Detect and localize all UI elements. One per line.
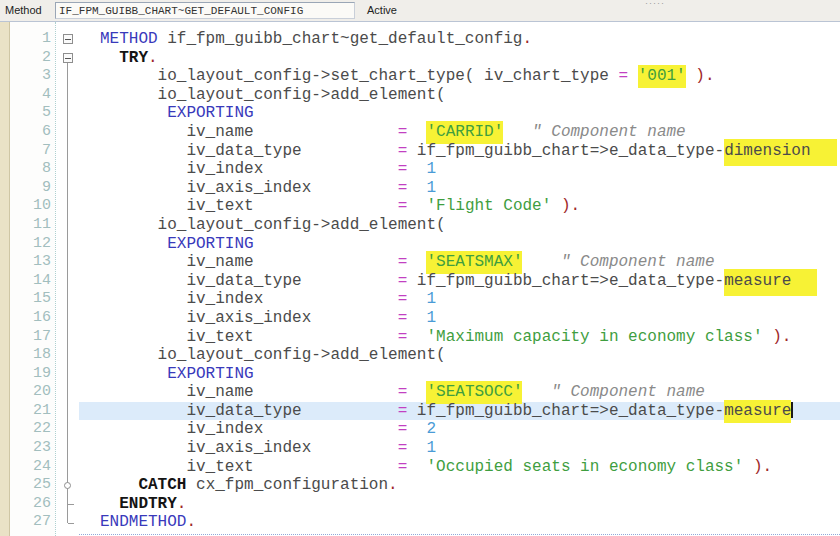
line-number[interactable]: 6 bbox=[10, 123, 55, 142]
line-number[interactable]: 23 bbox=[10, 439, 55, 458]
code-line-25[interactable]: CATCH cx_fpm_configuration. bbox=[79, 476, 840, 495]
code-line-14[interactable]: iv_data_type = if_fpm_guibb_chart=>e_dat… bbox=[79, 272, 840, 291]
code-line-24[interactable]: iv_text = 'Occupied seats in economy cla… bbox=[79, 458, 840, 477]
code-editor: 1234567891011121314151617181920212223242… bbox=[0, 22, 840, 536]
fold-collapse-box[interactable] bbox=[63, 34, 73, 44]
fold-collapse-box[interactable] bbox=[63, 53, 73, 63]
line-number[interactable]: 22 bbox=[10, 420, 55, 439]
code-line-2[interactable]: TRY. bbox=[79, 49, 840, 68]
code-line-1[interactable]: METHOD if_fpm_guibb_chart~get_default_co… bbox=[79, 30, 840, 49]
splitter-handle-dots[interactable]: ····· bbox=[645, 0, 665, 8]
line-number[interactable]: 19 bbox=[10, 365, 55, 384]
line-number[interactable]: 18 bbox=[10, 346, 55, 365]
line-number[interactable]: 21 bbox=[10, 402, 55, 421]
fold-end-tick bbox=[68, 523, 74, 524]
code-line-10[interactable]: iv_text = 'Flight Code' ). bbox=[79, 197, 840, 216]
line-number[interactable]: 24 bbox=[10, 458, 55, 477]
fold-column bbox=[55, 22, 79, 536]
code-line-11[interactable]: io_layout_config->add_element( bbox=[79, 216, 840, 235]
code-line-22[interactable]: iv_index = 2 bbox=[79, 420, 840, 439]
line-number[interactable]: 17 bbox=[10, 328, 55, 347]
code-area[interactable]: METHOD if_fpm_guibb_chart~get_default_co… bbox=[79, 22, 840, 536]
code-line-18[interactable]: io_layout_config->add_element( bbox=[79, 346, 840, 365]
method-separator-dotted-line bbox=[79, 534, 840, 535]
code-line-27[interactable]: ENDMETHOD. bbox=[79, 513, 840, 532]
fold-scope-line bbox=[67, 63, 68, 523]
fold-end-tick bbox=[68, 504, 74, 505]
code-line-23[interactable]: iv_axis_index = 1 bbox=[79, 439, 840, 458]
line-number[interactable]: 1 bbox=[10, 30, 55, 49]
line-number[interactable]: 25 bbox=[10, 476, 55, 495]
text-cursor bbox=[791, 402, 793, 418]
line-number[interactable]: 9 bbox=[10, 179, 55, 198]
code-line-26[interactable]: ENDTRY. bbox=[79, 495, 840, 514]
line-number[interactable]: 26 bbox=[10, 495, 55, 514]
code-line-17[interactable]: iv_text = 'Maximum capacity in economy c… bbox=[79, 328, 840, 347]
header-bar: Method Active ····· bbox=[0, 0, 840, 22]
line-number-gutter: 1234567891011121314151617181920212223242… bbox=[10, 22, 55, 536]
code-line-7[interactable]: iv_data_type = if_fpm_guibb_chart=>e_dat… bbox=[79, 142, 840, 161]
code-line-4[interactable]: io_layout_config->add_element( bbox=[79, 86, 840, 105]
line-number[interactable]: 20 bbox=[10, 383, 55, 402]
line-number[interactable]: 7 bbox=[10, 142, 55, 161]
annotation-ruler bbox=[0, 22, 10, 536]
line-number[interactable]: 2 bbox=[10, 49, 55, 68]
code-line-16[interactable]: iv_axis_index = 1 bbox=[79, 309, 840, 328]
fold-circle-marker bbox=[64, 482, 71, 489]
line-number[interactable]: 13 bbox=[10, 253, 55, 272]
line-number[interactable]: 5 bbox=[10, 104, 55, 123]
line-number[interactable]: 4 bbox=[10, 86, 55, 105]
method-name-input[interactable] bbox=[55, 2, 355, 19]
line-number[interactable]: 10 bbox=[10, 197, 55, 216]
code-line-3[interactable]: io_layout_config->set_chart_type( iv_cha… bbox=[79, 67, 840, 86]
line-number[interactable]: 11 bbox=[10, 216, 55, 235]
line-number[interactable]: 12 bbox=[10, 235, 55, 254]
line-number[interactable]: 8 bbox=[10, 160, 55, 179]
code-line-9[interactable]: iv_axis_index = 1 bbox=[79, 179, 840, 198]
code-line-21[interactable]: iv_data_type = if_fpm_guibb_chart=>e_dat… bbox=[79, 402, 840, 421]
line-number[interactable]: 27 bbox=[10, 513, 55, 532]
line-number[interactable]: 16 bbox=[10, 309, 55, 328]
method-field-label: Method bbox=[5, 4, 42, 16]
line-number[interactable]: 15 bbox=[10, 290, 55, 309]
line-number[interactable]: 3 bbox=[10, 67, 55, 86]
line-number[interactable]: 14 bbox=[10, 272, 55, 291]
active-status-label: Active bbox=[367, 4, 397, 16]
